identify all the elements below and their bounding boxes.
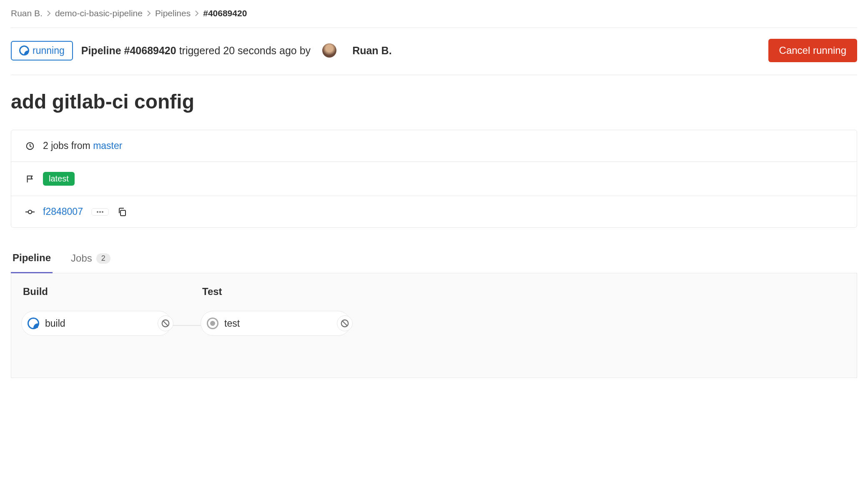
running-icon: [28, 318, 39, 329]
flag-icon: [25, 174, 35, 184]
svg-line-11: [343, 321, 347, 326]
cancel-icon: [340, 319, 349, 328]
breadcrumb-sep: [47, 10, 51, 16]
tab-jobs-label: Jobs: [71, 252, 92, 264]
tab-pipeline-label: Pipeline: [13, 252, 51, 264]
stage-test-name: Test: [202, 286, 351, 297]
commit-row: f2848007: [11, 196, 857, 227]
cancel-job-button[interactable]: [158, 315, 173, 331]
pipeline-graph: Build build Test test: [11, 273, 857, 378]
job-test-label: test: [224, 318, 344, 329]
breadcrumb: Ruan B. demo-ci-basic-pipeline Pipelines…: [11, 8, 857, 28]
pipeline-info-text: Pipeline #40689420 triggered 20 seconds …: [81, 45, 311, 57]
breadcrumb-current: #40689420: [203, 8, 247, 18]
copy-icon: [117, 207, 127, 217]
svg-point-4: [97, 211, 98, 213]
tab-pipeline[interactable]: Pipeline: [11, 246, 53, 273]
breadcrumb-user[interactable]: Ruan B.: [11, 8, 43, 18]
stage-connector: [171, 325, 201, 326]
stage-build: Build build: [21, 286, 171, 336]
user-avatar[interactable]: [322, 43, 336, 58]
pipeline-id-link[interactable]: #40689420: [124, 45, 176, 56]
status-badge-running[interactable]: running: [11, 41, 73, 60]
cancel-icon: [161, 319, 170, 328]
pipeline-header-left: running Pipeline #40689420 triggered 20 …: [11, 41, 392, 60]
svg-point-1: [28, 210, 32, 213]
svg-line-9: [163, 321, 168, 326]
breadcrumb-sep: [147, 10, 151, 16]
job-build-label: build: [45, 318, 165, 329]
stage-test: Test test: [201, 286, 351, 336]
commit-icon: [25, 207, 35, 217]
pipeline-tabs: Pipeline Jobs 2: [11, 246, 857, 273]
latest-badge: latest: [43, 172, 75, 186]
cancel-running-button[interactable]: Cancel running: [768, 39, 857, 62]
commit-sha-link[interactable]: f2848007: [43, 206, 83, 217]
triggerer-name[interactable]: Ruan B.: [352, 45, 391, 57]
clock-icon: [25, 141, 35, 151]
svg-point-5: [99, 211, 101, 213]
ellipsis-icon: [96, 210, 104, 214]
breadcrumb-sep: [195, 10, 199, 16]
svg-rect-7: [120, 210, 125, 216]
tags-row: latest: [11, 162, 857, 196]
running-icon: [19, 45, 29, 55]
breadcrumb-project[interactable]: demo-ci-basic-pipeline: [55, 8, 143, 18]
job-build[interactable]: build: [21, 311, 171, 336]
stage-build-name: Build: [23, 286, 171, 297]
job-test[interactable]: test: [201, 311, 351, 336]
pipeline-header: running Pipeline #40689420 triggered 20 …: [11, 28, 857, 75]
branch-link[interactable]: master: [93, 140, 122, 151]
copy-sha-button[interactable]: [117, 207, 127, 217]
pipeline-stages: Build build Test test: [21, 286, 847, 336]
jobs-info-row: 2 jobs from master: [11, 130, 857, 162]
svg-point-6: [102, 211, 103, 213]
pipeline-prefix: Pipeline: [81, 45, 124, 56]
jobs-count-badge: 2: [96, 253, 110, 264]
status-label: running: [33, 45, 65, 56]
tab-jobs[interactable]: Jobs 2: [69, 246, 112, 273]
jobs-count-text: 2 jobs from: [43, 140, 93, 151]
triggered-text: triggered 20 seconds ago by: [176, 45, 311, 56]
jobs-info-text: 2 jobs from master: [43, 140, 122, 151]
breadcrumb-section[interactable]: Pipelines: [155, 8, 191, 18]
created-icon: [207, 318, 218, 329]
cancel-job-button[interactable]: [337, 315, 353, 331]
expand-commit-button[interactable]: [91, 208, 109, 216]
commit-title: add gitlab-ci config: [11, 75, 857, 130]
pipeline-info-box: 2 jobs from master latest f2848007: [11, 130, 857, 228]
